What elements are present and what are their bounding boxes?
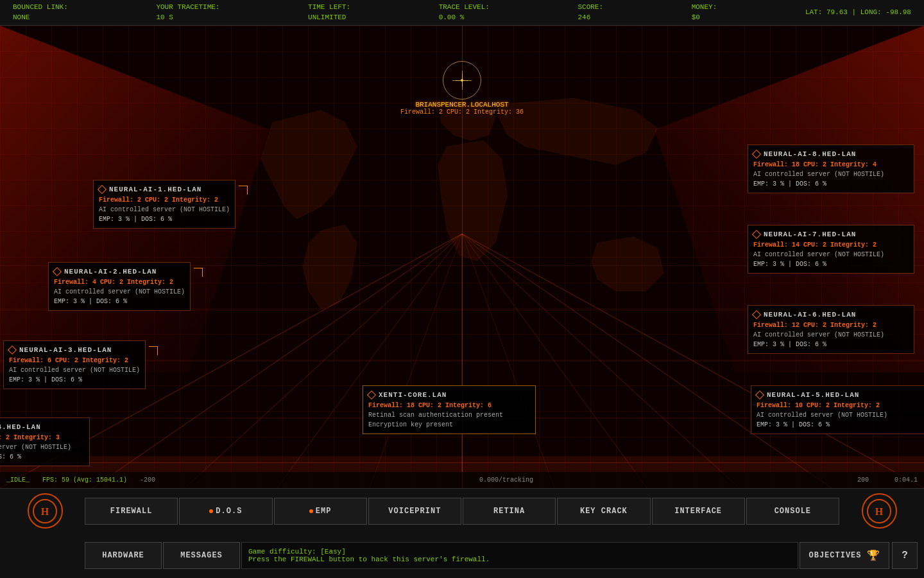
status-pos2: 200	[857, 477, 869, 484]
crosshair-ring	[443, 61, 481, 100]
node-title-8: NEURAL-AI-8.HED-LAN	[753, 149, 909, 160]
node-card-neural-ai-5[interactable]: NEURAL-AI-5.HED-LAN Firewall: 10 CPU: 2 …	[751, 385, 924, 434]
message-line1: Game difficulty: [Easy]	[248, 548, 791, 556]
message-line2: Press the FIREWALL button to hack this s…	[248, 556, 791, 563]
hud-score: Score: 246	[578, 3, 603, 22]
node-stats-7: EMP: 3 % | DOS: 6 %	[753, 259, 909, 269]
hud-money: Money: $0	[692, 3, 717, 22]
node-desc-2: AI controlled server (NOT HOSTILE)	[54, 287, 185, 297]
player-node-stats: Firewall: 2 CPU: 2 Integrity: 36	[400, 109, 524, 116]
node-title-1: NEURAL-AI-1.HED-LAN	[99, 184, 230, 195]
emp-button[interactable]: EMP	[274, 498, 367, 525]
status-pos1: -200	[140, 477, 155, 484]
hardware-button[interactable]: HARDWARE	[85, 542, 162, 569]
node-card-neural-ai-2[interactable]: NEURAL-AI-2.HED-LAN Firewall: 4 CPU: 2 I…	[48, 262, 191, 311]
objectives-button[interactable]: OBJECTIVES 🏆	[800, 542, 889, 569]
node-card-neural-ai-8[interactable]: NEURAL-AI-8.HED-LAN Firewall: 18 CPU: 2 …	[748, 144, 914, 193]
node-card-xenti-core[interactable]: XENTI-CORE.LAN Firewall: 18 CPU: 2 Integ…	[363, 385, 536, 434]
toolbar-row2: HARDWARE MESSAGES Game difficulty: [Easy…	[0, 534, 924, 579]
node-desc-8: AI controlled server (NOT HOSTILE)	[753, 170, 909, 179]
interface-button[interactable]: INTERFACE	[652, 498, 745, 525]
node-title-6: NEURAL-AI-6.HED-LAN	[753, 310, 909, 320]
node-stats-2: EMP: 3 % | DOS: 6 %	[54, 297, 185, 306]
trace-level-value: 0.00 %	[439, 13, 490, 22]
node-fw-1: Firewall: 2 CPU: 2 Integrity: 2	[99, 195, 230, 205]
node-fw-3: Firewall: 6 CPU: 2 Integrity: 2	[9, 356, 140, 365]
money-label: Money:	[692, 3, 717, 12]
node-fw-7: Firewall: 14 CPU: 2 Integrity: 2	[753, 240, 909, 250]
bottom-toolbar: H FIREWALL D.O.S EMP VOICEPRINT RETINA K…	[0, 488, 924, 578]
retina-button[interactable]: RETINA	[463, 498, 556, 525]
node-title-2: NEURAL-AI-2.HED-LAN	[54, 267, 185, 277]
score-value: 246	[578, 13, 603, 22]
logo-icon-left: H	[28, 493, 63, 529]
emp-dot	[309, 509, 313, 513]
hud-bounced-link: Bounced Link: NONE	[13, 3, 68, 22]
node-fw-8: Firewall: 18 CPU: 2 Integrity: 4	[753, 160, 909, 170]
time-left-value: UNLIMITED	[308, 13, 350, 22]
bracket-corner-2	[194, 268, 203, 277]
lat-value: LAT: 79.63 | LONG: -98.98	[805, 8, 911, 17]
logo-area-left: H	[6, 490, 83, 532]
node-stats-5: EMP: 3 % | DOS: 6 %	[757, 420, 924, 430]
dos-button[interactable]: D.O.S	[179, 498, 272, 525]
node-stats-8: EMP: 3 % | DOS: 6 %	[753, 179, 909, 189]
node-desc-3: AI controlled server (NOT HOSTILE)	[9, 365, 140, 375]
hud-trace-level: Trace Level: 0.00 %	[439, 3, 490, 22]
trophy-icon: 🏆	[867, 549, 880, 562]
status-timer: 0:04.1	[894, 477, 918, 484]
node-title-xenti: XENTI-CORE.LAN	[368, 390, 530, 401]
node-card-neural-ai-1[interactable]: NEURAL-AI-1.HED-LAN Firewall: 2 CPU: 2 I…	[93, 180, 235, 229]
firewall-button[interactable]: FIREWALL	[85, 498, 178, 525]
tracetime-label: Your Tracetime:	[156, 3, 219, 12]
voiceprint-button[interactable]: VOICEPRINT	[368, 498, 461, 525]
node-fw-2: Firewall: 4 CPU: 2 Integrity: 2	[54, 277, 185, 287]
hud-coordinates: LAT: 79.63 | LONG: -98.98	[805, 8, 911, 17]
svg-text:H: H	[41, 506, 49, 517]
bracket-corner-3	[149, 346, 158, 355]
node-fw-6: Firewall: 12 CPU: 2 Integrity: 2	[753, 320, 909, 330]
node-desc-7: AI controlled server (NOT HOSTILE)	[753, 250, 909, 259]
node-card-neural-ai-6[interactable]: NEURAL-AI-6.HED-LAN Firewall: 12 CPU: 2 …	[748, 305, 914, 354]
node-desc-xenti: Retinal scan authentication present	[368, 410, 530, 420]
trace-level-label: Trace Level:	[439, 3, 490, 12]
node-fw-4: 1: 9 CPU: 2 Integrity: 3	[0, 433, 84, 442]
message-area: Game difficulty: [Easy] Press the FIREWA…	[241, 542, 798, 569]
node-card-neural-ai-4[interactable]: -AI-4.HED-LAN 1: 9 CPU: 2 Integrity: 3 r…	[0, 417, 90, 466]
node-desc-6: AI controlled server (NOT HOSTILE)	[753, 330, 909, 340]
node-title-5: NEURAL-AI-5.HED-LAN	[757, 390, 924, 401]
node-title-4: -AI-4.HED-LAN	[0, 422, 84, 433]
console-button[interactable]: CONSOLE	[746, 498, 839, 525]
key-crack-button[interactable]: KEY CRACK	[557, 498, 650, 525]
score-label: Score:	[578, 3, 603, 12]
node-fw-5: Firewall: 10 CPU: 2 Integrity: 2	[757, 401, 924, 410]
node-card-neural-ai-3[interactable]: NEURAL-AI-3.HED-LAN Firewall: 6 CPU: 2 I…	[3, 340, 146, 389]
player-node[interactable]: BRIANSPENCER.LOCALHOST Firewall: 2 CPU: …	[400, 61, 524, 116]
node-desc2-xenti: Encryption key present	[368, 420, 530, 430]
tracetime-value: 10 s	[156, 13, 219, 22]
help-button[interactable]: ?	[892, 542, 918, 569]
player-node-name: BRIANSPENCER.LOCALHOST	[400, 101, 524, 109]
objectives-label: OBJECTIVES	[809, 551, 861, 560]
logo-area-right: H	[841, 490, 918, 532]
node-title-7: NEURAL-AI-7.HED-LAN	[753, 229, 909, 240]
game-area: BRIANSPENCER.LOCALHOST Firewall: 2 CPU: …	[0, 26, 924, 488]
node-stats-6: EMP: 3 % | DOS: 6 %	[753, 340, 909, 349]
status-idle: _IDLE_	[6, 477, 30, 484]
node-fw-xenti: Firewall: 18 CPU: 2 Integrity: 6	[368, 401, 530, 410]
node-card-neural-ai-7[interactable]: NEURAL-AI-7.HED-LAN Firewall: 14 CPU: 2 …	[748, 225, 914, 274]
time-left-label: Time Left:	[308, 3, 350, 12]
hud-tracetime: Your Tracetime: 10 s	[156, 3, 219, 22]
logo-icon-right: H	[862, 493, 897, 529]
bounced-link-label: Bounced Link:	[13, 3, 68, 12]
status-bar: _IDLE_ FPS: 59 (Avg: 15041.1) -200 0.000…	[0, 472, 924, 488]
node-stats-4: 3 % | DOS: 6 %	[0, 452, 84, 462]
messages-button[interactable]: MESSAGES	[163, 542, 240, 569]
node-desc-4: rolled server (NOT HOSTILE)	[0, 442, 84, 452]
svg-text:H: H	[875, 506, 884, 517]
hud-time-left: Time Left: UNLIMITED	[308, 3, 350, 22]
toolbar-row1: H FIREWALL D.O.S EMP VOICEPRINT RETINA K…	[0, 489, 924, 534]
node-desc-5: AI controlled server (NOT HOSTILE)	[757, 410, 924, 420]
status-fps: FPS: 59 (Avg: 15041.1)	[42, 477, 127, 484]
status-tracking: 0.000/tracking	[168, 477, 844, 484]
